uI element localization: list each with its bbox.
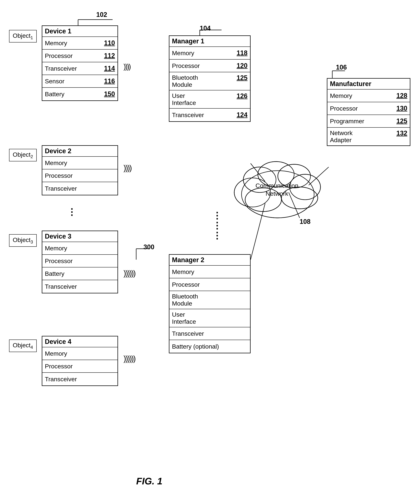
manufacturer-row-processor: Processor 130 [327,102,410,115]
device1-row-memory: Memory 110 [42,37,118,50]
device3-row-transceiver: Transceiver [42,280,118,293]
object1-label: Object1 [9,30,37,42]
device1-box: Device 1 Memory 110 Processor 112 Transc… [42,25,118,101]
device4-title: Device 4 [42,336,118,347]
wireless-4: )))))) [123,354,135,363]
manufacturer-row-programmer: Programmer 125 [327,115,410,128]
device4-row-memory: Memory [42,347,118,360]
ref-300: 300 [144,243,154,251]
ref-106: 106 [336,64,347,71]
device2-row-memory: Memory [42,157,118,169]
svg-point-21 [290,174,320,200]
svg-line-27 [289,192,300,218]
device1-row-processor: Processor 112 [42,50,118,62]
svg-point-20 [278,164,311,188]
device2-title: Device 2 [42,146,118,157]
svg-point-14 [282,187,318,209]
manager1-row-memory: Memory 118 [169,47,250,60]
manager1-row-processor: Processor 120 [169,60,250,72]
wireless-3: )))))) [123,269,135,278]
ref-102: 102 [96,11,107,18]
figure-caption: FIG. 1 [136,476,162,486]
svg-point-12 [278,164,311,188]
device1-row-battery: Battery 150 [42,88,118,100]
svg-point-18 [243,167,276,192]
wireless-2: )))) [123,163,131,173]
device3-title: Device 3 [42,231,118,242]
svg-point-17 [234,178,270,207]
device4-box: Device 4 Memory Processor Transceiver [42,336,118,386]
object3-label: Object3 [9,234,37,247]
device1-row-sensor: Sensor 116 [42,75,118,88]
manager2-title: Manager 2 [169,255,250,266]
manager2-box: Manager 2 Memory Processor Bluetooth Mod… [169,254,251,353]
object2-label: Object2 [9,149,37,162]
device3-row-processor: Processor [42,255,118,267]
svg-line-25 [309,167,329,185]
svg-point-10 [243,167,276,192]
network-label: Communication Network [251,181,303,198]
device2-row-transceiver: Transceiver [42,182,118,195]
device1-title: Device 1 [42,26,118,37]
manager1-title: Manager 1 [169,36,250,47]
object4-label: Object4 [9,340,37,352]
svg-point-16 [241,171,314,218]
manager1-row-transceiver: Transceiver 124 [169,108,250,121]
manager1-row-bluetooth: Bluetooth Module 125 [169,72,250,90]
manufacturer-title: Manufacturer [327,79,410,90]
device4-row-processor: Processor [42,360,118,373]
manager2-row-processor: Processor [169,278,250,291]
svg-point-15 [245,188,282,211]
manager2-row-bluetooth: Bluetooth Module [169,291,250,309]
device3-row-battery: Battery [42,267,118,280]
device4-row-transceiver: Transceiver [42,373,118,385]
svg-point-22 [282,187,318,209]
ref-104: 104 [200,24,211,32]
manager2-row-transceiver: Transceiver [169,327,250,340]
device2-box: Device 2 Memory Processor Transceiver [42,145,118,195]
device2-row-processor: Processor [42,169,118,182]
svg-point-23 [245,188,282,211]
manufacturer-box: Manufacturer Memory 128 Processor 130 Pr… [327,78,410,146]
svg-point-9 [234,178,270,207]
diagram: Object1 Device 1 Memory 110 Processor 11… [0,0,420,504]
svg-point-19 [258,162,294,187]
wireless-1: )))) [123,63,130,71]
manager1-box: Manager 1 Memory 118 Processor 120 Bluet… [169,36,251,122]
manufacturer-row-network-adapter: Network Adapter 132 [327,128,410,145]
device3-box: Device 3 Memory Processor Battery Transc… [42,231,118,293]
manager2-row-ui: User Interface [169,309,250,327]
svg-line-26 [251,203,265,260]
dots-managers: ⋮⋮⋮ [212,211,222,240]
svg-line-24 [251,163,265,181]
svg-point-13 [290,174,320,200]
manager2-row-memory: Memory [169,266,250,278]
manager2-row-battery: Battery (optional) [169,340,250,353]
manager1-row-ui: User Interface 126 [169,90,250,108]
svg-point-8 [241,171,314,218]
device3-row-memory: Memory [42,242,118,255]
manufacturer-row-memory: Memory 128 [327,90,410,102]
device1-row-transceiver: Transceiver 114 [42,62,118,75]
svg-point-11 [258,162,294,187]
ref-108: 108 [300,218,311,226]
dots-devices: ⋮ [67,207,76,217]
